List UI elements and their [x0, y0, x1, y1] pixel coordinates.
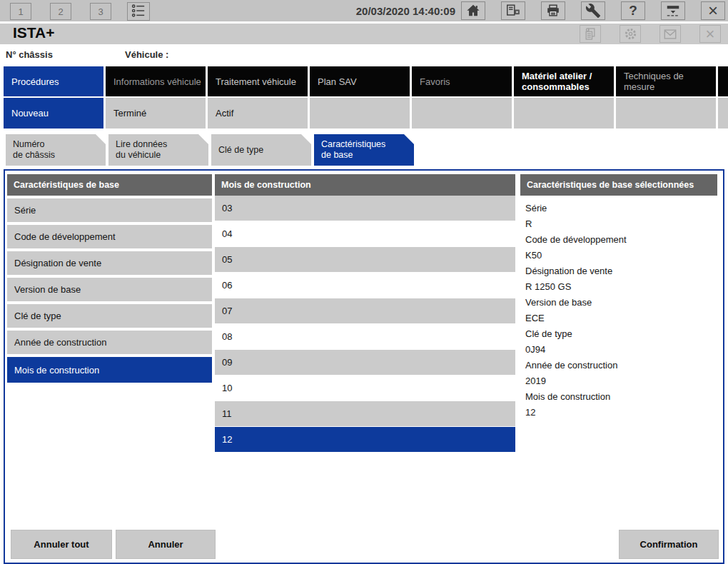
hide-window-button[interactable] — [661, 1, 685, 20]
step-basic-characteristics[interactable]: Caractéristiques de base — [314, 134, 414, 166]
summary-label: Version de base — [525, 295, 717, 311]
tab-vehicle-information[interactable]: Informations véhicule — [106, 66, 206, 96]
tab-vehicle-treatment[interactable]: Traitement véhicule — [208, 66, 308, 96]
month-row[interactable]: 11 — [215, 401, 515, 427]
close-session-icon — [505, 3, 521, 19]
subtab-empty — [310, 98, 410, 129]
characteristic-item-construction-year[interactable]: Année de construction — [7, 331, 212, 354]
tab-service-plan[interactable]: Plan SAV — [310, 66, 410, 96]
datetime-display: 20/03/2020 14:40:09 — [356, 0, 455, 21]
settings-button[interactable] — [581, 1, 605, 20]
content-area: Caractéristiques de base Série Code de d… — [4, 169, 724, 564]
step-label-line: Caractéristiques — [321, 139, 414, 150]
month-row-selected[interactable]: 12 — [215, 427, 515, 453]
summary-value: K50 — [525, 248, 717, 263]
workspace-button-3[interactable]: 3 — [90, 3, 111, 20]
tab-measurement-techniques[interactable]: Techniques de mesure — [616, 66, 716, 96]
step-label-line: Clé de type — [218, 145, 311, 156]
home-icon — [465, 3, 481, 19]
summary-value: 2019 — [525, 373, 717, 389]
subtab-new[interactable]: Nouveau — [4, 98, 103, 129]
cancel-button[interactable]: Annuler — [116, 530, 216, 559]
confirm-button[interactable]: Confirmation — [619, 530, 719, 559]
list-icon — [131, 4, 146, 20]
workspace-buttons: 1 2 3 — [10, 2, 150, 21]
subtab-empty — [616, 98, 716, 129]
months-header: Mois de construction — [215, 174, 515, 196]
tab-overflow-stub — [718, 66, 728, 96]
workspace-button-2[interactable]: 2 — [50, 3, 71, 20]
close-case-button[interactable]: × — [699, 25, 721, 43]
characteristic-item-serie[interactable]: Série — [7, 198, 212, 222]
titlebar-icons: × — [580, 25, 721, 43]
step-label-line: Numéro — [13, 139, 106, 150]
gear-icon — [623, 26, 638, 41]
subtab-active[interactable]: Actif — [208, 98, 308, 129]
home-button[interactable] — [461, 1, 485, 20]
characteristic-item-base-version[interactable]: Version de base — [7, 278, 212, 301]
help-button[interactable]: ? — [621, 1, 645, 20]
subtab-label: Terminé — [113, 108, 146, 119]
month-row[interactable]: 10 — [215, 376, 515, 401]
month-row[interactable]: 04 — [215, 221, 515, 247]
close-icon-disabled: × — [706, 27, 715, 41]
title-bar: ISTA+ — [0, 24, 728, 44]
workspace-button-1[interactable]: 1 — [10, 3, 31, 20]
summary-label: Année de construction — [525, 358, 717, 373]
step-tabs: Numéro de châssis Lire données du véhicu… — [0, 134, 728, 166]
selected-characteristics-panel: Caractéristiques de base sélectionnées S… — [520, 174, 717, 421]
step-read-vehicle-data[interactable]: Lire données du véhicule — [108, 134, 208, 166]
step-label-line: de châssis — [13, 150, 106, 161]
month-row[interactable]: 08 — [215, 324, 515, 350]
tab-procedures[interactable]: Procédures — [4, 66, 103, 96]
month-row[interactable]: 06 — [215, 273, 515, 298]
step-chassis-number[interactable]: Numéro de châssis — [6, 134, 106, 166]
cancel-all-button[interactable]: Annuler tout — [11, 530, 112, 559]
selected-characteristics-header: Caractéristiques de base sélectionnées — [520, 174, 717, 196]
tab-label: Procédures — [11, 76, 59, 87]
characteristic-item-type-key[interactable]: Clé de type — [7, 304, 212, 328]
hide-window-icon — [665, 3, 681, 19]
summary-label: Clé de type — [525, 326, 717, 342]
characteristic-item-construction-month[interactable]: Mois de construction — [7, 357, 212, 383]
tab-label: Informations véhicule — [113, 76, 201, 87]
summary-value: 12 — [525, 405, 717, 421]
printer-icon — [545, 3, 561, 19]
tab-label: Matériel atelier / consommables — [522, 71, 612, 92]
month-row[interactable]: 03 — [215, 196, 515, 221]
characteristic-item-dev-code[interactable]: Code de développement — [7, 225, 212, 248]
step-label-line: du véhicule — [116, 150, 208, 161]
summary-label: Mois de construction — [525, 389, 717, 405]
summary-label: Désignation de vente — [525, 263, 717, 279]
step-label-line: Lire données — [116, 139, 208, 150]
subtab-overflow-stub — [718, 98, 728, 129]
close-app-button[interactable]: × — [701, 1, 725, 20]
app-title: ISTA+ — [13, 24, 55, 41]
characteristic-item-sales-designation[interactable]: Désignation de vente — [7, 251, 212, 275]
gear-button[interactable] — [620, 25, 641, 43]
operations-report-button[interactable] — [580, 25, 601, 43]
top-toolbar: 1 2 3 20/03/2020 14:40:09 — [0, 0, 728, 21]
subtab-finished[interactable]: Terminé — [106, 98, 206, 129]
month-row[interactable]: 07 — [215, 298, 515, 324]
chassis-number-label: N° châssis — [6, 49, 53, 60]
message-button[interactable] — [659, 25, 681, 43]
month-row[interactable]: 05 — [215, 247, 515, 273]
tab-label: Techniques de mesure — [624, 71, 714, 92]
vehicle-label: Véhicule : — [125, 49, 168, 60]
wrench-icon — [585, 3, 601, 19]
close-icon: × — [708, 3, 718, 19]
step-type-key[interactable]: Clé de type — [211, 134, 311, 166]
session-list-button[interactable] — [127, 2, 150, 21]
tab-workshop-equipment[interactable]: Matériel atelier / consommables — [514, 66, 614, 96]
tab-label: Plan SAV — [318, 76, 357, 87]
subtab-empty — [412, 98, 512, 129]
selected-characteristics-list: Série R Code de développement K50 Désign… — [520, 196, 717, 421]
month-row[interactable]: 09 — [215, 350, 515, 376]
main-tabs: Procédures Informations véhicule Traitem… — [0, 66, 728, 96]
close-session-button[interactable] — [501, 1, 525, 20]
print-button[interactable] — [541, 1, 565, 20]
subtab-empty — [514, 98, 614, 129]
tab-favorites[interactable]: Favoris — [412, 66, 512, 96]
step-label-line: de base — [321, 150, 414, 161]
